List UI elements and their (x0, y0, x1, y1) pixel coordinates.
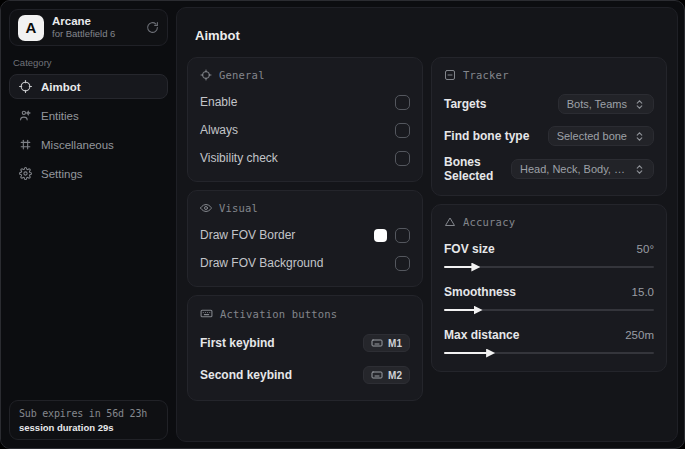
chevrons-up-down-icon (634, 99, 645, 110)
smoothness-slider[interactable] (444, 306, 654, 314)
sidebar-item-miscellaneous[interactable]: Miscellaneous (9, 132, 168, 157)
setting-row-fov-size: FOV size 50° (444, 238, 654, 260)
setting-row-first-keybind: First keybind M1 (200, 330, 410, 356)
keyboard-icon (371, 337, 383, 349)
max-distance-value: 250m (625, 329, 654, 341)
setting-label: Targets (444, 97, 486, 111)
keybind-value: M1 (388, 338, 402, 349)
sidebar-item-label: Miscellaneous (41, 139, 114, 151)
card-title: Activation buttons (220, 308, 337, 320)
sidebar-item-label: Aimbot (41, 81, 81, 93)
app-window: A Arcane for Battlefield 6 Category Aimb… (0, 0, 685, 449)
visibility-check-checkbox[interactable] (395, 151, 410, 166)
targets-select[interactable]: Bots, Teams (558, 94, 654, 114)
setting-label: Visibility check (200, 151, 278, 165)
card-title: Accuracy (463, 216, 515, 228)
setting-label: Enable (200, 95, 237, 109)
setting-label: Smoothness (444, 285, 516, 299)
sidebar-item-label: Entities (41, 110, 79, 122)
enable-checkbox[interactable] (395, 95, 410, 110)
setting-row-bones-selected: Bones Selected Head, Neck, Body, Pe.. (444, 155, 654, 183)
setting-label: Draw FOV Border (200, 228, 295, 242)
keybind-value: M2 (388, 370, 402, 381)
setting-label: Always (200, 123, 238, 137)
setting-label: Max distance (444, 328, 519, 342)
grid-icon (19, 138, 32, 151)
max-distance-slider[interactable] (444, 349, 654, 357)
sidebar-item-entities[interactable]: Entities (9, 103, 168, 128)
draw-fov-background-checkbox[interactable] (395, 256, 410, 271)
select-value: Selected bone (557, 130, 627, 142)
setting-row-targets: Targets Bots, Teams (444, 91, 654, 117)
draw-fov-border-checkbox[interactable] (395, 228, 410, 243)
sidebar-item-label: Settings (41, 168, 83, 180)
fov-size-value: 50° (637, 243, 654, 255)
app-logo: A (18, 15, 44, 41)
keyboard-icon (371, 369, 383, 381)
setting-row-find-bone-type: Find bone type Selected bone (444, 123, 654, 149)
slider-thumb[interactable] (474, 306, 483, 315)
setting-row-draw-fov-border: Draw FOV Border (200, 224, 410, 246)
card-title: General (219, 69, 265, 81)
find-bone-type-select[interactable]: Selected bone (548, 126, 654, 146)
tracker-card: Tracker Targets Bots, Teams (431, 57, 667, 196)
entities-icon (19, 109, 32, 122)
left-column: General Enable Always Visibility check (187, 57, 423, 401)
setting-row-draw-fov-background: Draw FOV Background (200, 252, 410, 274)
sidebar: A Arcane for Battlefield 6 Category Aimb… (1, 1, 176, 448)
main-panel: Aimbot General Enable (176, 7, 678, 442)
sidebar-item-settings[interactable]: Settings (9, 161, 168, 186)
first-keybind-button[interactable]: M1 (363, 334, 410, 352)
crosshair-icon (200, 69, 212, 81)
setting-label: Draw FOV Background (200, 256, 323, 270)
sub-expires-text: Sub expires in 56d 23h (19, 408, 158, 419)
activation-buttons-card: Activation buttons First keybind M1 (187, 295, 423, 401)
triangle-icon (444, 216, 456, 228)
accuracy-card: Accuracy FOV size 50° Smo (431, 204, 667, 372)
general-card: General Enable Always Visibility check (187, 57, 423, 182)
chevrons-up-down-icon (634, 131, 645, 142)
fov-border-color-swatch[interactable] (374, 229, 387, 242)
page-title: Aimbot (195, 28, 667, 43)
chevrons-up-down-icon (634, 164, 645, 175)
setting-row-max-distance: Max distance 250m (444, 324, 654, 346)
app-name: Arcane (52, 15, 138, 28)
slider-thumb[interactable] (486, 349, 495, 358)
session-duration-text: session duration 29s (19, 422, 158, 433)
category-label: Category (13, 57, 168, 68)
setting-row-smoothness: Smoothness 15.0 (444, 281, 654, 303)
crosshair-icon (19, 80, 32, 93)
setting-label: Second keybind (200, 368, 292, 382)
app-subtitle: for Battlefield 6 (52, 29, 138, 40)
eye-icon (200, 202, 212, 214)
setting-label: Bones Selected (444, 155, 511, 183)
keyboard-icon (200, 307, 213, 320)
setting-row-second-keybind: Second keybind M2 (200, 362, 410, 388)
fov-size-slider[interactable] (444, 263, 654, 271)
subscription-info: Sub expires in 56d 23h session duration … (9, 400, 168, 440)
bones-selected-select[interactable]: Head, Neck, Body, Pe.. (511, 159, 654, 179)
right-column: Tracker Targets Bots, Teams (431, 57, 667, 401)
slider-thumb[interactable] (471, 263, 480, 272)
second-keybind-button[interactable]: M2 (363, 366, 410, 384)
select-value: Bots, Teams (567, 98, 627, 110)
square-minus-icon (444, 69, 456, 81)
card-title: Tracker (463, 69, 509, 81)
refresh-icon[interactable] (146, 21, 159, 34)
visual-card: Visual Draw FOV Border Draw FOV Backgrou… (187, 190, 423, 287)
setting-label: First keybind (200, 336, 275, 350)
card-title: Visual (219, 202, 258, 214)
setting-label: Find bone type (444, 129, 529, 143)
app-header: A Arcane for Battlefield 6 (9, 9, 168, 46)
setting-row-visibility-check: Visibility check (200, 147, 410, 169)
gear-icon (19, 167, 32, 180)
select-value: Head, Neck, Body, Pe.. (520, 163, 627, 175)
smoothness-value: 15.0 (632, 286, 654, 298)
setting-label: FOV size (444, 242, 495, 256)
setting-row-enable: Enable (200, 91, 410, 113)
sidebar-item-aimbot[interactable]: Aimbot (9, 74, 168, 99)
always-checkbox[interactable] (395, 123, 410, 138)
setting-row-always: Always (200, 119, 410, 141)
